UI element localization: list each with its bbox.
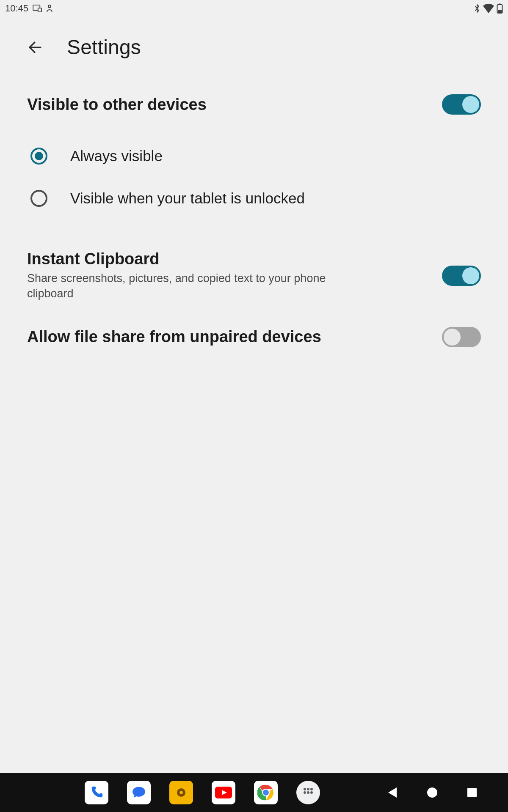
visible-to-devices-title: Visible to other devices [27,96,207,114]
settings-content: Visible to other devices Always visible … [0,69,508,347]
nav-home-button[interactable] [426,786,439,799]
taskbar-app-phone[interactable] [85,781,108,804]
radio-label: Visible when your tablet is unlocked [70,190,305,207]
unpaired-file-share-row[interactable]: Allow file share from unpaired devices [27,327,481,347]
svg-point-16 [307,791,309,794]
svg-point-13 [307,788,309,790]
circle-home-icon [427,787,438,798]
radio-label: Always visible [70,148,163,165]
instant-clipboard-toggle[interactable] [442,266,481,286]
svg-rect-1 [38,8,41,12]
svg-point-15 [304,791,306,794]
status-bar: 10:45 [0,0,508,17]
radio-option-visible-unlocked[interactable]: Visible when your tablet is unlocked [30,177,481,219]
svg-point-2 [48,5,51,8]
taskbar-app-chrome[interactable] [254,781,278,804]
youtube-icon [215,787,232,798]
radio-icon [30,190,47,207]
app-bar: Settings [0,17,508,69]
instant-clipboard-title: Instant Clipboard [27,250,366,268]
system-taskbar [0,773,508,812]
nav-back-button[interactable] [386,786,399,799]
chrome-icon [257,784,274,801]
visible-to-devices-toggle[interactable] [442,94,481,115]
unpaired-file-share-toggle[interactable] [442,327,481,347]
unpaired-file-share-title: Allow file share from unpaired devices [27,328,321,346]
taskbar-app-messages[interactable] [127,781,151,804]
app-drawer-icon [302,787,314,798]
svg-rect-5 [498,10,502,13]
svg-point-17 [310,791,313,794]
svg-point-14 [310,788,313,790]
svg-point-18 [427,787,437,798]
status-time: 10:45 [5,3,28,14]
taskbar-app-drawer[interactable] [296,781,320,804]
phone-icon [89,785,104,800]
battery-icon [497,3,503,14]
nav-recents-button[interactable] [466,786,478,799]
svg-point-7 [179,791,183,794]
svg-rect-19 [467,788,477,797]
arrow-left-icon [27,39,44,56]
bluetooth-icon [474,3,480,14]
camera-icon [175,786,188,799]
instant-clipboard-row[interactable]: Instant Clipboard Share screenshots, pic… [27,250,481,302]
radio-option-always-visible[interactable]: Always visible [30,135,481,177]
visible-to-devices-row[interactable]: Visible to other devices [27,94,481,115]
back-button[interactable] [25,37,46,58]
svg-rect-4 [499,4,501,5]
taskbar-app-camera[interactable] [169,781,193,804]
instant-clipboard-subtitle: Share screenshots, pictures, and copied … [27,271,366,302]
square-recents-icon [467,787,477,798]
triangle-back-icon [387,787,398,798]
page-title: Settings [67,36,141,59]
wifi-icon [483,4,494,13]
svg-point-12 [304,788,306,790]
radio-icon [30,148,47,165]
cast-icon [33,5,42,12]
taskbar-app-youtube[interactable] [212,781,235,804]
person-icon [46,4,53,13]
messages-icon [131,785,146,800]
